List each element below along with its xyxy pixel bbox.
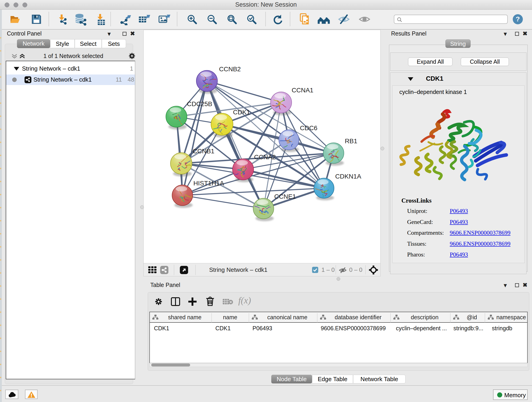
svg-text:CDC6: CDC6: [300, 124, 317, 132]
svg-text:CDK1: CDK1: [233, 109, 250, 116]
svg-text:CCNB1: CCNB1: [193, 148, 215, 155]
svg-text:CCNB2: CCNB2: [219, 65, 241, 73]
svg-text:CCNE1: CCNE1: [274, 193, 296, 200]
svg-text:CDKN1A: CDKN1A: [335, 173, 361, 180]
svg-text:HIST1H1A: HIST1H1A: [193, 180, 224, 187]
svg-text:RB1: RB1: [345, 138, 357, 145]
svg-text:CCNA1: CCNA1: [292, 87, 313, 94]
svg-text:CCNA2: CCNA2: [254, 153, 276, 161]
svg-text:?: ?: [516, 15, 520, 23]
svg-text:CDC25B: CDC25B: [187, 100, 212, 108]
